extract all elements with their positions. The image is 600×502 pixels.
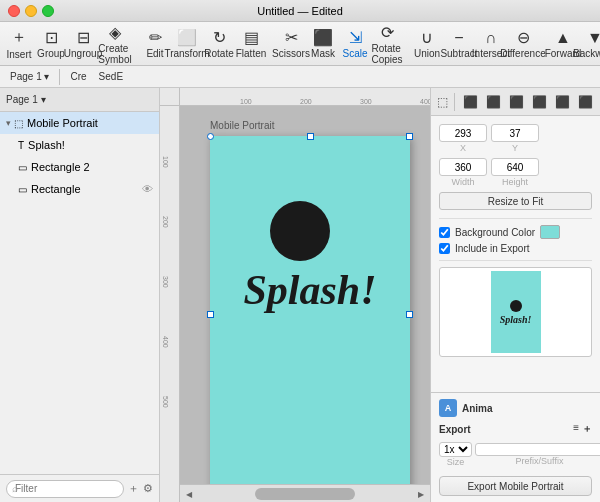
align-group: ⬛ ⬛ ⬛ ⬛ ⬛ ⬛ <box>459 91 596 113</box>
height-label: Height <box>502 177 528 187</box>
minimize-button[interactable] <box>25 5 37 17</box>
intersect-icon: ∩ <box>485 29 497 47</box>
toolbar-difference[interactable]: ⊖ Difference <box>508 26 538 61</box>
layer-splash[interactable]: T Splash! <box>0 134 159 156</box>
ruler-v-200: 200 <box>162 216 169 228</box>
position-y-input[interactable] <box>491 124 539 142</box>
bg-color-label: Background Color <box>455 227 535 238</box>
splash-text: Splash! <box>215 266 405 314</box>
backward-icon: ▼ <box>587 29 600 47</box>
layers-search-input[interactable] <box>6 480 124 498</box>
flatten-icon: ▤ <box>244 28 259 47</box>
toolbar-scissors-label: Scissors <box>272 48 310 59</box>
toolbar-scale[interactable]: ⇲ Scale <box>340 26 370 61</box>
height-group: Height <box>491 158 539 187</box>
toolbar-rotate[interactable]: ↻ Rotate <box>204 26 234 61</box>
align-hcenter-icon[interactable]: ⬛ <box>551 91 573 113</box>
export-button[interactable]: Export Mobile Portrait <box>439 476 592 496</box>
export-icons: ≡ ＋ <box>573 422 592 436</box>
ruler-v-100: 100 <box>162 156 169 168</box>
sidebar-footer-actions: ＋ ⚙ <box>128 481 153 496</box>
settings-icon[interactable]: ⚙ <box>143 482 153 495</box>
toolbar-backward[interactable]: ▼ Backward <box>580 27 600 61</box>
toolbar-mask[interactable]: ⬛ Mask <box>308 26 338 61</box>
maximize-button[interactable] <box>42 5 54 17</box>
align-left-icon[interactable]: ⬚ <box>435 91 450 113</box>
handle-top-left[interactable] <box>207 133 214 140</box>
export-prefix-group: Prefix/Suffix <box>475 443 600 466</box>
position-x-input[interactable] <box>439 124 487 142</box>
resize-to-fit-button[interactable]: Resize to Fit <box>439 192 592 210</box>
handle-middle-right[interactable] <box>406 311 413 318</box>
align-top-icon[interactable]: ⬛ <box>459 91 481 113</box>
scroll-left-button[interactable]: ◀ <box>180 485 198 502</box>
page-dropdown-label: Page 1 <box>6 94 38 105</box>
export-prefix-label: Prefix/Suffix <box>516 456 564 466</box>
scrollbar-thumb[interactable] <box>255 488 355 500</box>
ruler-left: 100 200 300 400 500 <box>160 106 180 502</box>
toolbar-transform[interactable]: ⬜ Transform <box>172 26 202 61</box>
horizontal-scrollbar[interactable]: ◀ ▶ <box>180 484 430 502</box>
toolbar-ungroup[interactable]: ⊟ Ungroup <box>68 26 98 61</box>
page-selector[interactable]: Page 1 ▾ <box>6 70 53 83</box>
toolbar-create-symbol[interactable]: ◈ Create Symbol <box>100 21 130 67</box>
layer-mobile-portrait[interactable]: ▾ ⬚ Mobile Portrait <box>0 112 159 134</box>
x-label: X <box>460 143 466 153</box>
transform-icon: ⬜ <box>177 28 197 47</box>
align-bottom-icon[interactable]: ⬛ <box>505 91 527 113</box>
export-section: A Anima Export ≡ ＋ 1x 2x 3x Size <box>431 392 600 502</box>
position-row: X Y <box>439 124 592 153</box>
align-hleft-icon[interactable]: ⬛ <box>528 91 550 113</box>
rect2-icon: ▭ <box>18 184 27 195</box>
ruler-tick-100: 100 <box>240 98 252 105</box>
toolbar-rotate-copies[interactable]: ⟳ Rotate Copies <box>372 21 402 67</box>
scroll-right-button[interactable]: ▶ <box>412 485 430 502</box>
layer-rectangle2[interactable]: ▭ Rectangle 2 <box>0 156 159 178</box>
width-input[interactable] <box>439 158 487 176</box>
export-add-icon[interactable]: ＋ <box>582 422 592 436</box>
create-symbol-icon: ◈ <box>109 23 121 42</box>
insert-icon: ＋ <box>11 27 27 48</box>
visibility-icon[interactable]: 👁 <box>142 183 153 195</box>
toolbar-subtract[interactable]: − Subtract <box>444 27 474 61</box>
export-size-select[interactable]: 1x 2x 3x <box>439 442 472 457</box>
toolbar2-sede[interactable]: SedE <box>95 70 127 83</box>
export-options-row: 1x 2x 3x Size Prefix/Suffix PNG JPG SVG <box>439 440 592 468</box>
toolbar-group[interactable]: ⊡ Group <box>36 26 66 61</box>
align-hright-icon[interactable]: ⬛ <box>574 91 596 113</box>
export-list-icon[interactable]: ≡ <box>573 422 579 436</box>
close-button[interactable] <box>8 5 20 17</box>
toolbar-scissors[interactable]: ✂ Scissors <box>276 26 306 61</box>
canvas-background[interactable]: Splash! Mobile Portrait ↖ <box>180 106 430 484</box>
handle-top-right[interactable] <box>406 133 413 140</box>
page-dropdown[interactable]: Page 1 ▾ <box>6 94 46 105</box>
add-layer-button[interactable]: ＋ <box>128 481 139 496</box>
splash-circle <box>270 201 330 261</box>
export-prefix-input[interactable] <box>475 443 600 456</box>
toolbar-union[interactable]: ∪ Union <box>412 26 442 61</box>
sidebar-footer: ⌕ ＋ ⚙ <box>0 474 159 502</box>
toolbar2-sep <box>59 69 60 85</box>
toolbar-flatten[interactable]: ▤ Flatten <box>236 26 266 61</box>
include-export-checkbox[interactable] <box>439 243 450 254</box>
titlebar: Untitled — Edited <box>0 0 600 22</box>
bg-color-row: Background Color <box>439 225 592 239</box>
artboard-mobile-portrait[interactable]: Splash! <box>210 136 410 484</box>
toolbar-insert[interactable]: ＋ Insert <box>4 25 34 62</box>
canvas-area[interactable]: 100 200 300 400 500 100 200 300 400 500 <box>160 88 430 502</box>
align-vcenter-icon[interactable]: ⬛ <box>482 91 504 113</box>
bg-color-checkbox[interactable] <box>439 227 450 238</box>
difference-icon: ⊖ <box>517 28 530 47</box>
include-export-row: Include in Export <box>439 243 592 254</box>
search-icon: ⌕ <box>12 483 18 494</box>
handle-top-center[interactable] <box>307 133 314 140</box>
handle-middle-left[interactable] <box>207 311 214 318</box>
ruler-v-500: 500 <box>162 396 169 408</box>
toolbar2-cre[interactable]: Cre <box>66 70 90 83</box>
bg-color-swatch[interactable] <box>540 225 560 239</box>
layer-rectangle[interactable]: ▭ Rectangle 👁 <box>0 178 159 200</box>
layer-mobile-portrait-label: Mobile Portrait <box>27 117 98 129</box>
include-export-label: Include in Export <box>455 243 530 254</box>
artboard-icon: ⬚ <box>14 118 23 129</box>
height-input[interactable] <box>491 158 539 176</box>
